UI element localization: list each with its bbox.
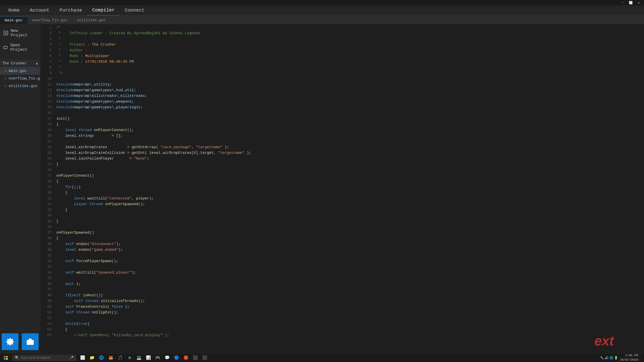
clock-date: 29/07/2018	[620, 358, 638, 362]
menu-item-connect[interactable]: Connect	[120, 5, 150, 15]
sidebar-file-main-gsc[interactable]: ✓ main.gsc	[0, 67, 40, 75]
code-line: self FreezeControls( false );	[56, 304, 644, 310]
code-line: if(self isHost())	[56, 293, 644, 298]
code-line: level endon("game_ended");	[56, 247, 644, 253]
code-line	[56, 224, 644, 230]
sidebar: New Project Open Project The Crusher ▲ ✓…	[0, 24, 40, 353]
code-line	[56, 110, 644, 116]
sidebar-file-label: utilities.gsc	[9, 84, 38, 88]
app-icon-7[interactable]: 💻	[134, 354, 144, 362]
menu-item-purchase[interactable]: Purchase	[54, 5, 87, 15]
app-icon-9[interactable]: 🎮	[153, 354, 162, 362]
clock-time: 2:06 PM	[620, 354, 638, 358]
sidebar-file-label: overflow_fix.gsc	[9, 76, 44, 81]
check-icon: ✓	[5, 84, 7, 88]
taskview-icon[interactable]: ⬜	[78, 354, 87, 362]
line-numbers: 12345 678910 1112131415 1617181920 21222…	[40, 24, 54, 353]
taskbar-right: 🔧 🔊 🌐 🔋 2:06 PM 29/07/2018	[600, 354, 644, 362]
code-line: #include maps\mp\gametypes\_playerlogic;	[56, 105, 644, 110]
icon-button-right[interactable]	[22, 333, 38, 350]
spotify-icon[interactable]: 🎵	[116, 354, 125, 362]
new-project-label: New Project	[10, 28, 37, 37]
open-project-icon	[3, 45, 8, 50]
code-line: self thread noClipExt();	[56, 310, 644, 316]
new-project-icon	[3, 30, 8, 35]
main-layout: New Project Open Project The Crusher ▲ ✓…	[0, 24, 644, 353]
sidebar-file-utilities[interactable]: ✓ utilities.gsc	[0, 82, 40, 90]
app-icon-14[interactable]: ⬛	[200, 354, 209, 362]
taskbar-icons: ⬜ 📁 🌐 🦊 🎵 ⚙ 💻 📊 🎮 💬 🔵 🔴 ⬛ ⬛	[78, 354, 209, 362]
code-line	[56, 76, 644, 82]
close-button[interactable]: ✕	[635, 0, 643, 5]
code-line: self forcePlayerSpawn();	[56, 258, 644, 264]
code-line: /*	[56, 25, 644, 30]
code-line: level.lastFallenPlayer = "None";	[56, 156, 644, 162]
menu-item-compiler[interactable]: Compiler	[87, 5, 120, 15]
tray-icon-2[interactable]: 🔊	[605, 356, 608, 360]
code-line: {	[56, 190, 644, 196]
tray-icon-3[interactable]: 🌐	[610, 356, 613, 360]
editor-area: 12345 678910 1112131415 1617181920 21222…	[40, 24, 644, 353]
code-container[interactable]: 12345 678910 1112131415 1617181920 21222…	[40, 24, 644, 353]
search-input[interactable]	[21, 356, 68, 360]
sidebar-section: The Crusher ▲ ✓ main.gsc ✓ overflow_fix.…	[0, 60, 40, 90]
svg-point-5	[30, 342, 31, 343]
file-explorer-icon[interactable]: 📁	[88, 354, 96, 362]
code-line	[56, 167, 644, 173]
new-project-action[interactable]: New Project	[0, 26, 40, 40]
edge-icon[interactable]: 🌐	[97, 354, 106, 362]
code-line	[56, 139, 644, 144]
sidebar-file-label: main.gsc	[9, 69, 26, 73]
code-line: * Infinity Loader - Created By AgreedBog…	[56, 30, 644, 36]
code-line: * Date : 17/01/2018 08:48:39 PM	[56, 59, 644, 65]
svg-rect-8	[4, 358, 6, 360]
app-icon-8[interactable]: 📊	[144, 354, 153, 362]
taskbar-search[interactable]: 🔍 🎤	[12, 355, 76, 361]
minimize-button[interactable]: ─	[619, 0, 626, 5]
code-line: #include maps\mp\gametypes\_hud_util;	[56, 87, 644, 93]
menu-bar: Home Account Purchase Compiler Connect	[0, 5, 644, 15]
taskbar: 🔍 🎤 ⬜ 📁 🌐 🦊 🎵 ⚙ 💻 📊 🎮 💬 🔵 🔴 ⬛ ⬛ 🔧 🔊 🌐 🔋 …	[0, 353, 644, 362]
taskbar-clock: 2:06 PM 29/07/2018	[620, 354, 638, 362]
start-button[interactable]	[0, 354, 12, 362]
tab-utilities-gsc[interactable]: utilities.gsc	[72, 16, 111, 24]
search-icon: 🔍	[15, 356, 19, 360]
sidebar-file-overflow[interactable]: ✓ overflow_fix.gsc	[0, 75, 40, 82]
tray-icon-1[interactable]: 🔧	[600, 356, 604, 360]
app-icon-12[interactable]: 🔴	[182, 354, 190, 362]
code-line: wait 1;	[56, 281, 644, 287]
menu-item-account[interactable]: Account	[25, 5, 54, 15]
app-icon-10[interactable]: 💬	[163, 354, 172, 362]
code-line: self waittill("spawned_player");	[56, 270, 644, 276]
tab-overflow-fix-gsc[interactable]: overflow_fix.gsc	[27, 16, 72, 24]
maximize-button[interactable]: ⬜	[627, 0, 634, 5]
check-icon: ✓	[5, 76, 7, 81]
code-line: #include maps\mp\_utility;	[56, 82, 644, 87]
code-line	[56, 253, 644, 258]
app-icon-6[interactable]: ⚙	[125, 354, 134, 362]
code-line: self endon("disconnect");	[56, 241, 644, 247]
code-line: }	[56, 162, 644, 167]
code-line	[56, 316, 644, 321]
code-line: for(;;)	[56, 184, 644, 190]
code-line: init()	[56, 116, 644, 122]
svg-rect-7	[6, 356, 8, 358]
menu-item-home[interactable]: Home	[3, 5, 25, 15]
code-line: while(true)	[56, 321, 644, 327]
code-content[interactable]: /* * Infinity Loader - Created By Agreed…	[54, 24, 644, 353]
open-project-action[interactable]: Open Project	[0, 40, 40, 55]
code-line: level.strings = [];	[56, 133, 644, 139]
code-line: */	[56, 70, 644, 76]
app-icon-13[interactable]: ⬛	[191, 354, 200, 362]
show-desktop[interactable]	[640, 355, 641, 361]
sidebar-section-title: The Crusher	[2, 61, 27, 65]
tray-icon-4[interactable]: 🔋	[614, 356, 618, 360]
chevron-icon: ▲	[36, 62, 38, 65]
tab-main-gsc[interactable]: main.gsc	[0, 16, 27, 24]
code-line: {	[56, 236, 644, 241]
firefox-icon[interactable]: 🦊	[106, 354, 116, 362]
icon-button-left[interactable]	[2, 333, 18, 350]
code-line: {	[56, 179, 644, 184]
sidebar-section-header[interactable]: The Crusher ▲	[0, 60, 40, 67]
app-icon-11[interactable]: 🔵	[172, 354, 181, 362]
